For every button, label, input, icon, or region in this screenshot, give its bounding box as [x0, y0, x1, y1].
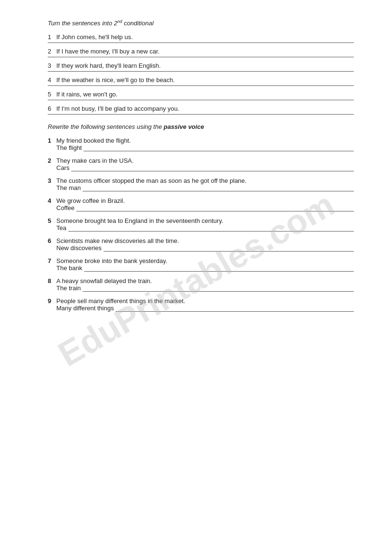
item4-num: 4 — [48, 76, 56, 84]
passive-item-5: 5 Someone brought tea to England in the … — [48, 217, 354, 232]
passive-item-7: 7 Someone broke into the bank yesterday.… — [48, 257, 354, 272]
item5-num: 5 — [48, 91, 56, 98]
item6-num: 6 — [48, 105, 56, 112]
item6-text: If I'm not busy, I'll be glad to accompa… — [56, 105, 354, 112]
item2-text: If I have the money, I'll buy a new car. — [56, 48, 354, 55]
section1-item-2: 2 If I have the money, I'll buy a new ca… — [48, 48, 354, 57]
section2: Rewrite the following sentences using th… — [48, 123, 354, 312]
item5-text: If it rains, we won't go. — [56, 91, 354, 98]
item3-text: If they work hard, they'll learn English… — [56, 62, 354, 69]
section1-title: Turn the sentences into 2nd conditional — [48, 19, 354, 27]
section2-title: Rewrite the following sentences using th… — [48, 123, 354, 130]
item3-num: 3 — [48, 62, 56, 69]
section1: Turn the sentences into 2nd conditional … — [48, 19, 354, 115]
item4-text: If the weather is nice, we'll go to the … — [56, 76, 354, 84]
passive-item-4: 4 We grow coffee in Brazil. Coffee — [48, 197, 354, 211]
passive-item-8: 8 A heavy snowfall delayed the train. Th… — [48, 277, 354, 292]
section1-item-3: 3 If they work hard, they'll learn Engli… — [48, 62, 354, 72]
passive-item-9: 9 People sell many different things in t… — [48, 297, 354, 312]
passive-item-2: 2 They make cars in the USA. Cars — [48, 157, 354, 171]
section1-item-5: 5 If it rains, we won't go. — [48, 91, 354, 100]
item1-text: If John comes, he'll help us. — [56, 33, 354, 41]
passive-item-6: 6 Scientists make new discoveries all th… — [48, 237, 354, 252]
passive-item-3: 3 The customs officer stopped the man as… — [48, 177, 354, 191]
section1-item-1: 1 If John comes, he'll help us. — [48, 33, 354, 43]
passive-item-1: 1 My friend booked the flight. The fligh… — [48, 137, 354, 151]
item1-num: 1 — [48, 33, 56, 41]
section1-item-6: 6 If I'm not busy, I'll be glad to accom… — [48, 105, 354, 115]
section1-item-4: 4 If the weather is nice, we'll go to th… — [48, 76, 354, 86]
item2-num: 2 — [48, 48, 56, 55]
